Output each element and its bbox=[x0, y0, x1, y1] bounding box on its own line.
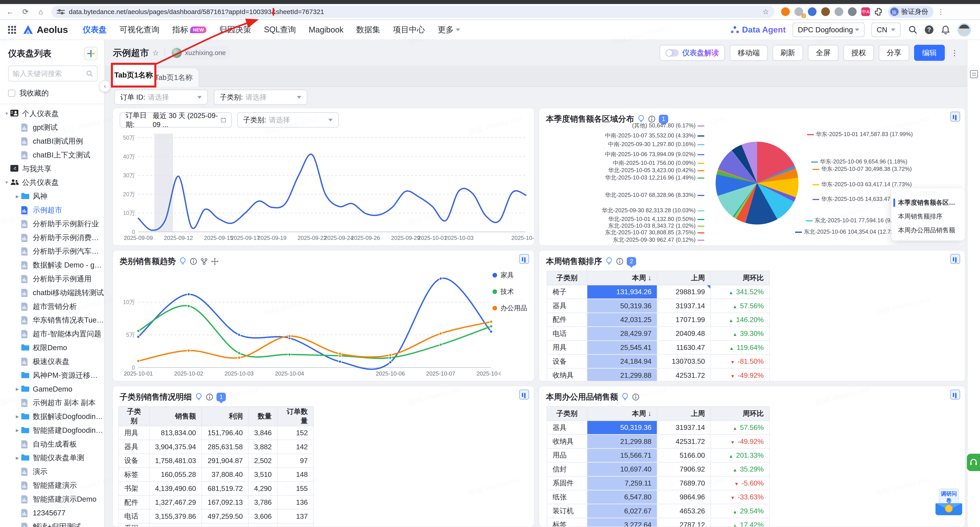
move-icon[interactable] bbox=[211, 258, 218, 265]
favorite-star-icon[interactable]: ☆ bbox=[152, 49, 159, 57]
sidebar-item-智能仪表盘单测[interactable]: ▶智能仪表盘单测 bbox=[0, 451, 104, 465]
favorites-filter[interactable]: 我收藏的 bbox=[0, 87, 104, 103]
card-expand-icon[interactable] bbox=[519, 254, 529, 264]
order-date-filter[interactable]: 订单日期: 最近 30 天 (2025-09-09 ... bbox=[119, 112, 232, 127]
sidebar-search[interactable] bbox=[8, 65, 97, 81]
insight-bulb-icon[interactable] bbox=[195, 393, 202, 401]
ext-orange-icon[interactable] bbox=[781, 7, 790, 16]
info-icon[interactable] bbox=[190, 258, 197, 265]
more-menu-icon[interactable]: ⋮ bbox=[951, 49, 959, 57]
category-trend-chart[interactable]: 05万10万2025-10-012025-10-022025-10-032025… bbox=[113, 267, 501, 382]
sidebar-item-风神[interactable]: ▶风神 bbox=[0, 189, 104, 203]
reload-icon[interactable]: ⟳ bbox=[20, 7, 31, 16]
ext-translate-icon[interactable]: 中A bbox=[861, 7, 870, 16]
nav-item-6[interactable]: Magibook bbox=[309, 25, 344, 35]
order-id-filter[interactable]: 订单 ID: 请选择 bbox=[114, 89, 208, 105]
address-bar[interactable]: data.bytedance.net/aeolus/pages/dashboar… bbox=[51, 6, 775, 18]
pie[interactable] bbox=[716, 142, 799, 224]
popup-item-1[interactable]: 本季度销售额各区域分布 bbox=[891, 196, 965, 210]
nav-item-3[interactable]: 指标NEW bbox=[172, 24, 207, 35]
chart-legend[interactable]: 家具技术办公用品 bbox=[492, 271, 527, 313]
sidebar-item-自动生成看板[interactable]: 自动生成看板 bbox=[0, 437, 104, 451]
back-icon[interactable]: ← bbox=[5, 8, 15, 16]
edit-button[interactable]: 编辑 bbox=[914, 45, 945, 61]
ext-gray-badge-icon[interactable] bbox=[794, 7, 803, 16]
help-icon[interactable]: ? bbox=[925, 25, 934, 34]
sidebar-item-超市-智能体内置问题[interactable]: 超市-智能体内置问题 bbox=[0, 327, 104, 341]
tree-caret-icon[interactable]: ▶ bbox=[15, 194, 20, 199]
ext-cookie-icon[interactable] bbox=[821, 7, 830, 16]
sidebar-item-华东销售情况表Tue-Jun-11-202...[interactable]: 华东销售情况表Tue Jun 11 202... bbox=[0, 314, 104, 327]
sidebar-item-示例超市-副本-副本[interactable]: 示例超市 副本 副本 bbox=[0, 396, 104, 410]
drag-handle[interactable]: ············ bbox=[891, 190, 965, 196]
search-icon[interactable] bbox=[907, 24, 918, 35]
insight-bulb-icon[interactable] bbox=[621, 393, 629, 401]
card-expand-icon[interactable] bbox=[519, 390, 529, 400]
tree-caret-icon[interactable]: ▼ bbox=[4, 111, 10, 116]
user-avatar[interactable] bbox=[958, 23, 971, 37]
sidebar-item-chatBI上下文测试[interactable]: chatBI上下文测试 bbox=[0, 148, 104, 162]
nav-item-1[interactable]: 仪表盘 bbox=[83, 24, 107, 35]
authorize-button[interactable]: 授权 bbox=[843, 45, 874, 61]
fullscreen-button[interactable]: 全屏 bbox=[808, 45, 838, 61]
nav-item-9[interactable]: 更多 bbox=[438, 24, 460, 35]
branch-icon[interactable] bbox=[200, 258, 208, 265]
browser-menu-icon[interactable]: ⋮ bbox=[937, 8, 944, 16]
search-input[interactable] bbox=[13, 70, 86, 78]
panel-icon[interactable] bbox=[970, 70, 978, 78]
card-expand-icon[interactable] bbox=[950, 254, 960, 264]
sidebar-item-分析助手示例新行业[interactable]: 分析助手示例新行业 bbox=[0, 217, 104, 231]
chart-switch-popup[interactable]: ············ 本季度销售额各区域分布本周销售额排序本周办公用品销售额 bbox=[891, 188, 965, 240]
info-icon[interactable] bbox=[632, 393, 640, 401]
bookmark-star-icon[interactable]: ☆ bbox=[762, 7, 769, 16]
ext-clover-icon[interactable] bbox=[848, 7, 857, 16]
nav-item-8[interactable]: 项目中心 bbox=[393, 24, 425, 35]
sidebar-item-超市营销分析[interactable]: 超市营销分析 bbox=[0, 299, 104, 314]
sidebar-item-风神PM-资源迁移测试[interactable]: 风神PM-资源迁移测试 bbox=[0, 368, 104, 382]
ext-password-icon[interactable] bbox=[808, 7, 816, 16]
verify-identity-button[interactable]: 陈 验证身份 bbox=[888, 6, 934, 18]
tree-caret-icon[interactable]: ▶ bbox=[15, 414, 20, 419]
survey-floating-badge[interactable]: 调研问卷 bbox=[935, 489, 963, 515]
tree-caret-icon[interactable]: ▶ bbox=[15, 387, 20, 392]
legend-item-办公用品[interactable]: 办公用品 bbox=[492, 304, 527, 313]
sidebar-item-GameDemo[interactable]: ▶GameDemo bbox=[0, 382, 104, 396]
sidebar-item-公共仪表盘[interactable]: ▼公共仪表盘 bbox=[0, 176, 104, 189]
column-header-本周[interactable]: 本周 ↓ bbox=[587, 271, 657, 285]
sidebar-item-极速仪表盘[interactable]: 极速仪表盘 bbox=[0, 355, 104, 368]
sidebar-item-个人仪表盘[interactable]: ▼个人仪表盘 bbox=[0, 107, 104, 121]
insight-toggle[interactable]: 仪表盘解读 bbox=[660, 45, 725, 61]
nav-item-4[interactable]: 归因决策 bbox=[219, 24, 251, 35]
sidebar-item-示例超市[interactable]: 示例超市 bbox=[0, 203, 104, 217]
legend-item-家具[interactable]: 家具 bbox=[492, 271, 527, 280]
comment-count-badge[interactable]: 1 bbox=[216, 393, 226, 401]
app-grid-icon[interactable] bbox=[8, 26, 16, 34]
sidebar-item-智能搭建演示[interactable]: 智能搭建演示 bbox=[0, 479, 104, 492]
sidebar-item-数据解读Dogfooding-202505[interactable]: ▶数据解读Dogfooding-202505 bbox=[0, 410, 104, 424]
legend-item-技术[interactable]: 技术 bbox=[492, 287, 527, 296]
info-icon[interactable] bbox=[616, 258, 624, 265]
tree-caret-icon[interactable]: ▶ bbox=[15, 455, 20, 460]
card-expand-icon[interactable] bbox=[950, 390, 960, 400]
sidebar-item-智能搭建演示Demo[interactable]: 智能搭建演示Demo bbox=[0, 492, 104, 506]
sidebar-collapse-button[interactable]: ‹ bbox=[99, 80, 111, 92]
sidebar-item-智能搭建Dogfooding-202505[interactable]: ▶智能搭建Dogfooding-202505 bbox=[0, 424, 104, 437]
toggle-switch[interactable] bbox=[665, 49, 679, 57]
card1-subcategory-filter[interactable]: 子类别: 请选择 bbox=[237, 112, 339, 127]
sidebar-item-分析助手示例汽车行业[interactable]: 分析助手示例汽车行业 bbox=[0, 245, 104, 258]
sidebar-item-chatbi移动端跳转测试[interactable]: chatbi移动端跳转测试 bbox=[0, 286, 104, 299]
sidebar-item-权限Demo[interactable]: 权限Demo bbox=[0, 341, 104, 355]
sales-line-chart[interactable]: 010万20万30万40万50万2025-09-092025-09-122025… bbox=[113, 130, 535, 246]
insight-bulb-icon[interactable] bbox=[179, 257, 186, 266]
sidebar-item-分析助手示例消费零售[interactable]: 分析助手示例消费零售 bbox=[0, 231, 104, 245]
sidebar-item-演示[interactable]: 演示 bbox=[0, 465, 104, 479]
column-header-本周[interactable]: 本周 ↓ bbox=[587, 407, 657, 421]
home-icon[interactable]: ⌂ bbox=[35, 8, 46, 16]
url-text[interactable]: data.bytedance.net/aeolus/pages/dashboar… bbox=[69, 8, 324, 16]
nav-item-7[interactable]: 数据集 bbox=[356, 24, 380, 35]
owner-chip[interactable]: xuzhixing.one bbox=[170, 46, 231, 59]
popup-item-3[interactable]: 本周办公用品销售额 bbox=[891, 223, 965, 237]
language-select[interactable]: CN bbox=[871, 22, 901, 37]
subcategory-filter[interactable]: 子类别: 请选择 bbox=[214, 89, 307, 105]
card-expand-icon[interactable] bbox=[950, 111, 960, 122]
